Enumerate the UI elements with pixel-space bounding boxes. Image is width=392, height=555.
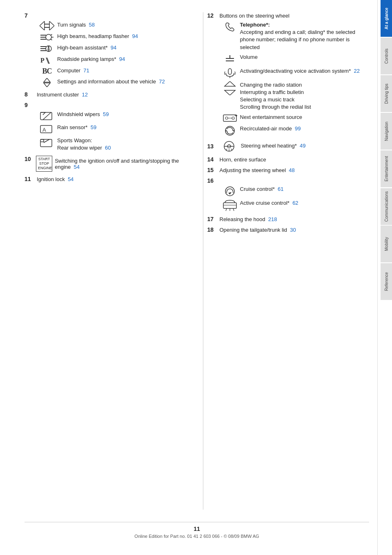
wipers-icon [37, 111, 57, 121]
page-footer: 11 Online Edition for Part no. 01 41 2 6… [24, 522, 369, 539]
sidebar-tabs: At a glance Controls Driving tips Naviga… [377, 0, 392, 555]
parking-text: Roadside parking lamps* 94 [57, 56, 187, 63]
list-item: Turn signals 58 [24, 21, 187, 30]
page-container: 7 Turn signals 58 [0, 0, 392, 555]
footer-text: Online Edition for Part no. 01 41 2 603 … [24, 534, 369, 539]
svg-line-7 [51, 34, 52, 36]
wipers-page-link[interactable]: 59 [103, 111, 109, 117]
section-16: 16 Cruise control* [207, 177, 370, 212]
section-10-page-link[interactable]: 54 [74, 164, 79, 170]
voice-page-link[interactable]: 22 [354, 68, 359, 74]
section-15-page-link[interactable]: 48 [289, 167, 294, 173]
svg-marker-21 [44, 78, 50, 82]
settings-arrows-icon [37, 78, 57, 87]
svg-rect-32 [228, 69, 232, 74]
svg-rect-53 [223, 203, 236, 208]
next-source-text: Next entertainment source [240, 114, 370, 121]
computer-page-link[interactable]: 71 [83, 67, 89, 74]
steering-heat-icon [219, 141, 239, 152]
list-item: Settings and information about the vehic… [24, 78, 187, 87]
tab-controls[interactable]: Controls [381, 38, 392, 74]
recirculate-page-link[interactable]: 99 [295, 125, 301, 132]
section-13: 13 [207, 141, 370, 152]
tab-mobility[interactable]: Mobility [381, 226, 392, 262]
volume-text: Volume [240, 54, 370, 61]
section-num-12: 12 [207, 12, 216, 19]
rear-wiper-icon [37, 137, 57, 148]
parking-page-link[interactable]: 94 [119, 56, 125, 62]
active-cruise-page-link[interactable]: 62 [292, 200, 298, 206]
svg-line-50 [231, 149, 232, 150]
cruise-text: Cruise control* 61 [240, 186, 370, 193]
cruise-page-link[interactable]: 61 [278, 186, 283, 192]
turn-signal-icon [37, 21, 57, 30]
radio-arrows-icon [220, 81, 240, 95]
svg-line-55 [226, 208, 227, 211]
list-item: Active cruise control* 62 [207, 199, 370, 212]
section-7: 7 Turn signals 58 [24, 12, 187, 87]
parking-icon: P [37, 56, 57, 65]
turn-signals-page-link[interactable]: 58 [89, 22, 95, 28]
highbeam-page-link[interactable]: 94 [132, 33, 138, 39]
tab-reference[interactable]: Reference [381, 263, 392, 300]
left-column: 7 Turn signals 58 [24, 12, 191, 510]
highbeam-assist-page-link[interactable]: 94 [111, 45, 116, 51]
section-10-text: Switching the ignition on/off and starti… [55, 158, 186, 170]
page-number: 11 [24, 526, 369, 532]
section-num-11: 11 [24, 176, 33, 182]
section-8-header: Instrument cluster 12 [37, 92, 88, 98]
list-item: Next entertainment source [207, 114, 370, 123]
phone-text: Telephone*: Accepting and ending a call;… [240, 21, 370, 51]
computer-text: Computer 71 [57, 67, 187, 74]
steering-heat-page-link[interactable]: 49 [300, 143, 305, 149]
section-11-header: Ignition lock 54 [37, 176, 74, 182]
instrument-cluster-page-link[interactable]: 12 [82, 92, 88, 98]
section-17: 17 Releasing the hood 218 [207, 216, 370, 222]
rain-sensor-page-link[interactable]: 59 [91, 124, 96, 130]
section-num-16: 16 [207, 177, 216, 184]
tab-at-a-glance[interactable]: At a glance [381, 0, 392, 37]
svg-marker-22 [44, 83, 50, 87]
section-18: 18 Opening the tailgate/trunk lid 30 [207, 226, 370, 233]
tab-communications[interactable]: Communications [381, 188, 392, 225]
main-content: 7 Turn signals 58 [0, 0, 377, 555]
section-num-7: 7 [24, 12, 33, 19]
section-14-header: Horn, entire surface [220, 157, 266, 163]
tab-driving-tips[interactable]: Driving tips [381, 75, 392, 112]
highbeam-assist-icon [37, 44, 57, 53]
rain-sensor-icon: A [37, 124, 57, 134]
section-15: 15 Adjusting the steering wheel 48 [207, 167, 370, 173]
volume-icon [220, 54, 240, 65]
two-column-layout: 7 Turn signals 58 [24, 12, 369, 510]
section-11: 11 Ignition lock 54 [24, 176, 187, 182]
list-item: BC Computer 71 [24, 67, 187, 76]
section-17-page-link[interactable]: 218 [268, 216, 277, 222]
svg-text:A: A [42, 127, 46, 133]
section-18-page-link[interactable]: 30 [290, 227, 296, 233]
svg-point-38 [232, 117, 234, 119]
tab-entertainment[interactable]: Entertainment [381, 150, 392, 187]
svg-point-37 [225, 117, 228, 119]
cruise-icon [220, 186, 240, 197]
rear-wiper-text: Sports Wagon:Rear window wiper 60 [57, 137, 187, 152]
section-10: 10 STARTSTOPENGINE Switching the ignitio… [24, 156, 187, 171]
rear-wiper-page-link[interactable]: 60 [105, 145, 111, 151]
section-11-page-link[interactable]: 54 [68, 176, 74, 182]
list-item: Windshield wipers 59 [24, 111, 187, 121]
list-item: Volume [207, 54, 370, 65]
section-12: 12 Buttons on the steering wheel [207, 12, 370, 137]
section-num-18: 18 [207, 226, 216, 233]
section-8: 8 Instrument cluster 12 [24, 91, 187, 98]
list-item: Telephone*: Accepting and ending a call;… [207, 21, 370, 51]
section-9: 9 Windshield wipers [24, 102, 187, 152]
settings-page-link[interactable]: 72 [159, 78, 165, 85]
svg-marker-35 [225, 90, 235, 95]
next-source-icon [220, 114, 240, 123]
rain-sensor-text: Rain sensor* 59 [57, 124, 187, 131]
section-num-17: 17 [207, 216, 216, 222]
highbeam-assist-text: High-beam assistant* 94 [57, 44, 187, 51]
section-num-15: 15 [207, 167, 216, 173]
start-stop-icon: STARTSTOPENGINE [36, 156, 52, 171]
section-14: 14 Horn, entire surface [207, 156, 370, 163]
tab-navigation[interactable]: Navigation [381, 113, 392, 150]
